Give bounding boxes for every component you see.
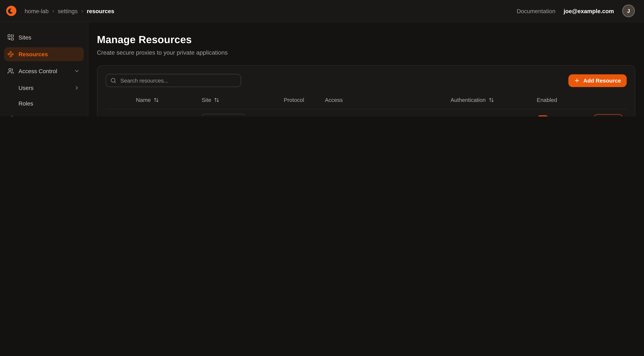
auth-label: Protected xyxy=(460,116,484,116)
app-root: home-lab › settings › resources Document… xyxy=(0,0,644,116)
avatar[interactable]: J xyxy=(622,4,635,17)
table-header: Name Site Protocol Access Authentication… xyxy=(106,91,627,109)
link-icon xyxy=(8,116,14,116)
column-header-enabled: Enabled xyxy=(533,97,590,103)
page-subtitle: Create secure proxies to your private ap… xyxy=(97,49,635,56)
column-header-protocol: Protocol xyxy=(284,97,325,103)
sidebar-item-label: Access Control xyxy=(18,68,57,74)
page-title: Manage Resources xyxy=(97,34,635,46)
main-content: Manage Resources Create secure proxies t… xyxy=(88,22,644,116)
sidebar-item-users[interactable]: Users xyxy=(4,81,84,95)
enabled-toggle[interactable] xyxy=(537,116,549,116)
chevron-down-icon xyxy=(74,68,80,74)
add-resource-button[interactable]: Add Resource xyxy=(568,74,627,87)
chevron-right-icon xyxy=(74,85,80,91)
breadcrumb-org[interactable]: home-lab xyxy=(25,8,49,14)
search-input[interactable] xyxy=(120,77,236,84)
table-body: Immich Home Lab TCP https://immich.examp… xyxy=(106,109,627,116)
sort-icon xyxy=(154,97,159,103)
sidebar-item-roles[interactable]: Roles xyxy=(4,96,84,110)
shield-check-icon xyxy=(450,116,457,116)
documentation-link[interactable]: Documentation xyxy=(517,8,556,14)
sidebar-item-access-control[interactable]: Access Control xyxy=(4,64,84,78)
pangolin-logo xyxy=(6,6,16,16)
user-email[interactable]: joe@example.com xyxy=(564,8,614,14)
column-header-access: Access xyxy=(325,97,450,103)
topbar: home-lab › settings › resources Document… xyxy=(0,0,644,22)
sidebar-item-resources[interactable]: Resources xyxy=(4,47,84,61)
waypoints-icon xyxy=(8,51,14,58)
column-header-name[interactable]: Name xyxy=(136,97,202,103)
plus-icon xyxy=(574,78,580,83)
breadcrumb: home-lab › settings › resources xyxy=(25,8,114,14)
sites-icon xyxy=(8,34,14,41)
row-actions-button[interactable] xyxy=(114,115,123,116)
sidebar-item-label: Users xyxy=(18,84,34,91)
sidebar-item-label: Shareable Links xyxy=(18,116,60,116)
search-icon xyxy=(110,78,116,83)
table-row: Immich Home Lab TCP https://immich.examp… xyxy=(106,109,627,116)
column-header-site[interactable]: Site xyxy=(202,97,284,103)
breadcrumb-separator: › xyxy=(52,8,54,14)
breadcrumb-resources[interactable]: resources xyxy=(87,8,114,14)
resources-card: Add Resource Name Site Protocol Acce xyxy=(97,65,635,116)
sort-icon xyxy=(488,97,494,103)
breadcrumb-settings[interactable]: settings xyxy=(58,8,78,14)
sidebar-item-label: Sites xyxy=(18,34,31,41)
search-box xyxy=(106,74,241,87)
sidebar-item-label: Resources xyxy=(18,51,48,58)
sidebar-item-sites[interactable]: Sites xyxy=(4,30,84,44)
column-header-authentication[interactable]: Authentication xyxy=(450,97,533,103)
auth-status: Protected xyxy=(450,116,484,116)
sidebar-item-shareable-links[interactable]: Shareable Links xyxy=(4,112,84,116)
add-resource-label: Add Resource xyxy=(583,78,621,84)
sort-icon xyxy=(214,97,220,103)
sidebar-item-label: Roles xyxy=(18,100,33,107)
sidebar: Sites Resources Access Control Users Rol… xyxy=(0,22,88,116)
edit-button[interactable]: Edit xyxy=(594,114,623,116)
site-link-button[interactable]: Home Lab xyxy=(202,114,245,116)
users-icon xyxy=(8,68,14,74)
breadcrumb-separator: › xyxy=(81,8,83,14)
